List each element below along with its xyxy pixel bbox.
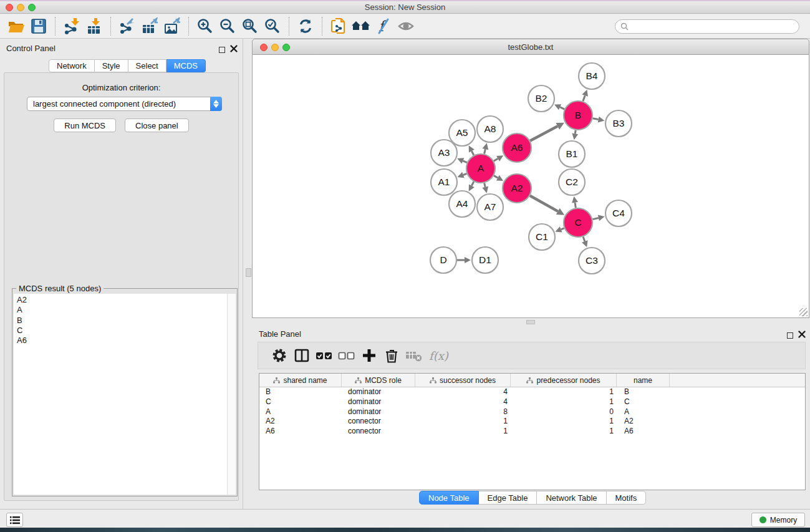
table-cell-predecessor-nodes[interactable]: 1 xyxy=(511,427,617,437)
graph-edge-B-B1[interactable] xyxy=(572,130,578,140)
home-icon[interactable] xyxy=(351,16,371,37)
graph-node-A4[interactable]: A4 xyxy=(449,191,475,217)
table-cell-name[interactable]: C xyxy=(617,397,670,407)
graph-node-A2[interactable]: A2 xyxy=(503,174,531,203)
float-panel-icon[interactable] xyxy=(219,44,225,56)
resize-grip-icon[interactable] xyxy=(799,308,808,316)
table-row[interactable]: A6connector11A6 xyxy=(259,427,805,437)
graph-node-A[interactable]: A xyxy=(466,154,495,183)
open-session-icon[interactable] xyxy=(6,16,26,37)
graph-node-A7[interactable]: A7 xyxy=(477,194,503,220)
graph-node-B1[interactable]: B1 xyxy=(559,141,585,167)
table-cell-mcds-role[interactable]: dominator xyxy=(342,397,415,407)
tab-edge-table[interactable]: Edge Table xyxy=(479,491,538,505)
table-cell-shared-name[interactable]: A xyxy=(259,407,342,417)
graph-edge-A2-C[interactable] xyxy=(530,196,564,215)
table-cell-successor-nodes[interactable]: 4 xyxy=(415,387,511,397)
graph-edge-C-C1[interactable] xyxy=(555,226,564,232)
table-cell-mcds-role[interactable]: connector xyxy=(342,417,415,427)
graph-node-A6[interactable]: A6 xyxy=(503,133,531,162)
tab-mcds[interactable]: MCDS xyxy=(166,59,206,72)
table-cell-mcds-role[interactable]: dominator xyxy=(342,407,415,417)
table-cell-successor-nodes[interactable]: 4 xyxy=(415,397,511,407)
horizontal-splitter-handle[interactable] xyxy=(526,320,535,324)
settings-gear-icon[interactable] xyxy=(268,344,291,367)
table-cell-mcds-role[interactable]: dominator xyxy=(342,387,415,397)
mcds-result-item[interactable]: A xyxy=(14,305,227,315)
graph-node-B4[interactable]: B4 xyxy=(579,63,605,89)
graph-node-A1[interactable]: A1 xyxy=(431,169,457,195)
table-cell-predecessor-nodes[interactable]: 0 xyxy=(511,407,617,417)
graph-edge-B-B3[interactable] xyxy=(593,117,605,123)
run-mcds-button[interactable]: Run MCDS xyxy=(54,118,116,132)
graph-node-B[interactable]: B xyxy=(564,101,592,130)
tab-motifs[interactable]: Motifs xyxy=(607,491,647,505)
table-cell-successor-nodes[interactable]: 1 xyxy=(415,427,511,437)
table-cell-name[interactable]: A6 xyxy=(617,427,670,437)
table-cell-shared-name[interactable]: A2 xyxy=(259,417,342,427)
graph-node-C[interactable]: C xyxy=(564,208,592,237)
export-image-icon[interactable] xyxy=(162,16,182,37)
network-canvas[interactable]: B4B2BB3A8A5A6A3B1AC2A1A2A4A7C4CC1DD1C3 xyxy=(252,55,809,318)
vertical-splitter-handle[interactable] xyxy=(246,268,251,277)
graph-edge-B-B2[interactable] xyxy=(554,104,564,110)
graph-node-C1[interactable]: C1 xyxy=(529,224,555,250)
table-cell-shared-name[interactable]: A6 xyxy=(259,427,342,437)
network-window-titlebar[interactable]: testGlobe.txt xyxy=(252,39,809,55)
column-header-successor-nodes[interactable]: successor nodes xyxy=(415,374,511,387)
table-row[interactable]: A2connector11A2 xyxy=(259,417,805,427)
graph-edge-A-A1[interactable] xyxy=(458,172,467,178)
show-hide-eye-icon[interactable] xyxy=(396,16,416,37)
search-input[interactable] xyxy=(632,22,794,31)
table-cell-predecessor-nodes[interactable]: 1 xyxy=(511,387,617,397)
graph-edge-C-C3[interactable] xyxy=(582,237,587,248)
column-header-predecessor-nodes[interactable]: predecessor nodes xyxy=(511,374,617,387)
graph-edge-C-C2[interactable] xyxy=(572,196,578,208)
table-cell-mcds-role[interactable]: connector xyxy=(342,427,415,437)
graph-node-D[interactable]: D xyxy=(430,247,456,273)
table-cell-predecessor-nodes[interactable]: 1 xyxy=(511,417,617,427)
import-network-icon[interactable] xyxy=(62,16,82,37)
graph-edge-B-B4[interactable] xyxy=(582,90,587,102)
export-network-icon[interactable] xyxy=(117,16,137,37)
graph-edge-A-A2[interactable] xyxy=(494,175,503,181)
graph-node-A3[interactable]: A3 xyxy=(431,140,457,166)
zoom-selected-icon[interactable] xyxy=(263,16,282,37)
table-cell-predecessor-nodes[interactable]: 1 xyxy=(511,397,617,407)
table-cell-successor-nodes[interactable]: 8 xyxy=(415,407,511,417)
graph-edge-A-A7[interactable] xyxy=(482,183,488,193)
graph-node-C4[interactable]: C4 xyxy=(605,200,632,226)
graph-edge-D-D1[interactable] xyxy=(457,257,471,263)
table-row[interactable]: Bdominator41B xyxy=(259,387,805,397)
delete-table-icon[interactable] xyxy=(403,344,425,367)
criterion-select[interactable]: largest connected component (directed) xyxy=(27,97,222,111)
table-close-panel-icon[interactable] xyxy=(798,329,806,341)
mcds-result-scrollbar[interactable] xyxy=(227,294,236,495)
table-cell-name[interactable]: B xyxy=(617,387,670,397)
graph-edge-A-A3[interactable] xyxy=(457,158,467,163)
close-panel-icon[interactable] xyxy=(230,44,238,55)
zoom-out-icon[interactable] xyxy=(218,16,238,37)
graph-node-B3[interactable]: B3 xyxy=(605,110,632,137)
mcds-result-item[interactable]: A2 xyxy=(14,295,227,305)
column-layout-icon[interactable] xyxy=(291,344,313,367)
add-column-icon[interactable] xyxy=(358,344,380,367)
tab-network-table[interactable]: Network Table xyxy=(537,491,606,505)
graph-node-C3[interactable]: C3 xyxy=(579,248,605,274)
table-cell-name[interactable]: A xyxy=(617,407,670,417)
mcds-result-item[interactable]: A6 xyxy=(14,336,227,346)
graph-node-A5[interactable]: A5 xyxy=(449,120,475,146)
tab-style[interactable]: Style xyxy=(95,59,128,72)
clone-network-icon[interactable] xyxy=(329,16,349,37)
export-table-icon[interactable] xyxy=(140,16,160,37)
table-cell-successor-nodes[interactable]: 1 xyxy=(415,417,511,427)
tab-select[interactable]: Select xyxy=(128,59,166,72)
task-history-button[interactable] xyxy=(6,513,23,527)
deselect-all-unchecked-icon[interactable] xyxy=(335,344,358,367)
close-panel-button[interactable]: Close panel xyxy=(125,118,189,132)
zoom-in-icon[interactable] xyxy=(195,16,215,37)
graph-edge-A-A6[interactable] xyxy=(494,155,503,161)
table-row[interactable]: Adominator80A xyxy=(259,407,805,417)
select-all-checked-icon[interactable] xyxy=(313,344,335,367)
mcds-result-item[interactable]: B xyxy=(14,316,227,326)
